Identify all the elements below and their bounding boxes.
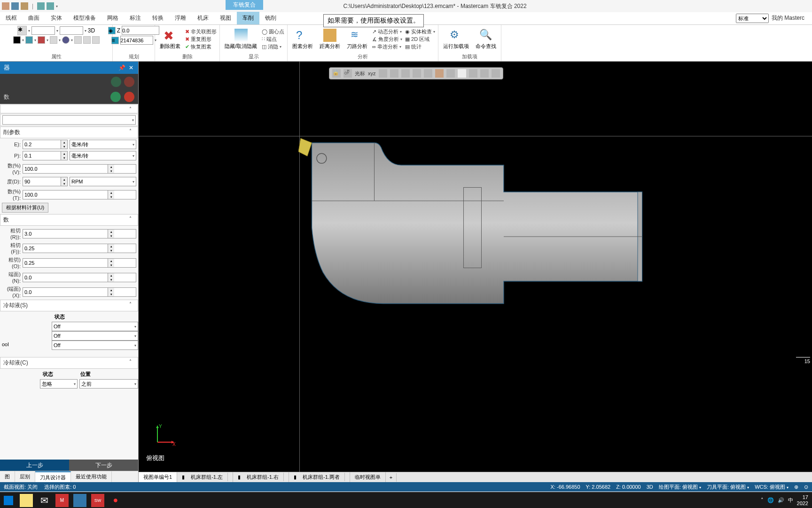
z-icon[interactable]: ◈ — [108, 27, 116, 34]
fb-3-icon[interactable] — [401, 69, 410, 78]
coolant-c-pos[interactable]: 之前▾ — [79, 379, 138, 389]
fb-8-icon[interactable] — [458, 69, 466, 78]
fb-4-icon[interactable] — [413, 69, 421, 78]
z-value-input[interactable] — [122, 26, 159, 35]
dynamic-button[interactable]: ↗动态分析▾ — [372, 28, 402, 35]
hide-button[interactable]: 隐藏/取消隐藏 — [223, 28, 259, 51]
add-viewsheet-button[interactable]: + — [386, 473, 397, 482]
tab-mesh[interactable]: 网格 — [102, 12, 124, 24]
tab-surface[interactable]: 曲面 — [23, 12, 45, 24]
endpt-button[interactable]: ∷端点 — [262, 36, 284, 43]
view-style-combo[interactable]: 标准 — [736, 14, 769, 23]
xyz-label[interactable]: xyz — [368, 71, 376, 76]
coolant-1-combo[interactable]: Off▾ — [52, 322, 138, 331]
paint-icon[interactable] — [38, 36, 45, 44]
grid-icon[interactable] — [74, 36, 82, 44]
tab-levels-1[interactable]: 层别 — [15, 471, 35, 482]
list-icon[interactable] — [92, 36, 100, 44]
speed-d-input[interactable]: ▴▾ — [23, 177, 68, 186]
viewsheet-4[interactable]: ▮ 机床群组-1.两者 — [289, 472, 350, 482]
area2d-button[interactable]: ▦2D 区域 — [405, 36, 435, 43]
color-icon[interactable] — [13, 36, 21, 44]
task-app2[interactable] — [73, 494, 86, 507]
save-icon[interactable] — [11, 2, 19, 10]
status-ico-2[interactable]: ⊙ — [804, 484, 808, 490]
solidcheck-button[interactable]: ◉实体检查▾ — [405, 28, 435, 35]
viewsheet-2[interactable]: ▮ 机床群组-1.左 — [177, 472, 233, 482]
tab-modelprep[interactable]: 模型准备 — [68, 12, 102, 24]
tab-transform[interactable]: 转换 — [147, 12, 169, 24]
tab-levels-0[interactable]: 图 — [0, 471, 15, 482]
pct-v-input[interactable]: ▴▾ — [23, 164, 136, 174]
tab-turning[interactable]: 车削 — [237, 12, 259, 24]
copy-icon[interactable] — [21, 2, 28, 10]
section-params-header[interactable]: 削参数˄ — [0, 127, 138, 138]
next-step-button[interactable]: 下一步 — [69, 460, 138, 471]
fb-9-icon[interactable] — [469, 69, 477, 78]
print-icon[interactable] — [2, 2, 9, 10]
blank-button[interactable]: ◫消隐▾ — [262, 43, 284, 50]
cancel-button[interactable] — [124, 92, 134, 102]
cursor-icon[interactable]: ⮰ — [344, 69, 352, 78]
duplicate-button[interactable]: ✖重复图形 — [185, 36, 217, 43]
section-coolant-s[interactable]: 冷却液(S)˄ — [0, 300, 138, 311]
feed-p-input[interactable]: ▴▾ — [23, 151, 68, 160]
x-input[interactable]: ▴▾ — [23, 287, 136, 297]
task-solidworks[interactable]: SW — [91, 494, 104, 507]
calc-material-button[interactable]: 根据材料计算(U) — [2, 203, 48, 213]
tab-levels-3[interactable]: 最近使用功能 — [71, 471, 112, 482]
globe-icon[interactable] — [62, 36, 70, 44]
fb-2-icon[interactable] — [390, 69, 398, 78]
viewsheet-5[interactable]: 临时视图单 — [350, 472, 386, 482]
line-icon[interactable] — [50, 36, 57, 44]
tab-view[interactable]: 视图 — [214, 12, 237, 24]
tab-solid[interactable]: 实体 — [45, 12, 68, 24]
tray-up-icon[interactable]: ˄ — [761, 497, 764, 503]
fb-5-icon[interactable] — [424, 69, 432, 78]
grid2-icon[interactable] — [83, 36, 91, 44]
status-section[interactable]: 截面视图: 关闭 — [4, 484, 38, 491]
delete-entities-button[interactable]: ✖ 删除图素 — [158, 28, 182, 51]
task-mastercam[interactable]: M — [55, 494, 69, 507]
lock-icon[interactable]: 🔒 — [332, 69, 341, 78]
section-cutting-params[interactable]: ˄ — [0, 104, 138, 113]
prev-step-button[interactable]: 上一步 — [0, 460, 69, 471]
redo-icon[interactable] — [47, 2, 54, 10]
pin-icon[interactable]: 📌 — [118, 64, 125, 71]
fb-7-icon[interactable] — [446, 69, 455, 78]
viewsheet-3[interactable]: ▮ 机床群组-1.右 — [233, 472, 289, 482]
task-mail[interactable]: ✉ — [38, 494, 51, 507]
top-empty-combo[interactable]: ▾ — [2, 115, 136, 125]
status-cplane[interactable]: 绘图平面: 俯视图 ▾ — [659, 484, 701, 491]
f-input[interactable]: ▴▾ — [23, 244, 136, 253]
analyze-entity-button[interactable]: ?图素分析 — [290, 28, 315, 51]
task-record[interactable]: ● — [109, 494, 122, 507]
start-button[interactable] — [4, 496, 13, 505]
tab-levels-2[interactable]: 刀具设计器 — [35, 471, 71, 482]
nonassoc-button[interactable]: ✖非关联图形 — [185, 28, 217, 35]
close-icon[interactable]: ✕ — [128, 64, 134, 71]
tab-machine[interactable]: 机床 — [192, 12, 214, 24]
viewsheet-1[interactable]: 视图单编号1 — [139, 472, 177, 482]
layers-icon[interactable]: ≡ — [111, 37, 119, 44]
status-wcs[interactable]: WCS: 俯视图 ▾ — [755, 484, 789, 491]
fb-6-icon[interactable] — [435, 69, 444, 78]
r-input[interactable]: ▴▾ — [23, 229, 136, 238]
feed-e-input[interactable]: ▴▾ — [23, 140, 68, 149]
fb-10-icon[interactable] — [480, 69, 489, 78]
chain-button[interactable]: ∞串连分析▾ — [372, 43, 402, 50]
tray-volume-icon[interactable]: 🔊 — [778, 497, 784, 503]
my-mastercam-link[interactable]: 我的 Masterc — [769, 12, 810, 24]
undo-icon[interactable] — [37, 2, 45, 10]
feed-e-unit[interactable]: 毫米/转▾ — [70, 140, 136, 149]
tray-network-icon[interactable]: 🌐 — [767, 497, 774, 503]
section2-header[interactable]: 数˄ — [0, 214, 138, 226]
tray-ime[interactable]: 中 — [788, 497, 793, 504]
angle-button[interactable]: ∡角度分析▾ — [372, 36, 402, 43]
tab-wireframe[interactable]: 线框 — [0, 12, 23, 24]
n-input[interactable]: ▴▾ — [23, 273, 136, 282]
centerpt-button[interactable]: ◯圆心点 — [262, 28, 284, 35]
section-coolant-c[interactable]: 冷却液(C)˄ — [0, 357, 138, 369]
graphics-viewport[interactable]: 🔒 ⮰ 光标 xyz — [139, 62, 812, 482]
fb-11-icon[interactable] — [492, 69, 500, 78]
